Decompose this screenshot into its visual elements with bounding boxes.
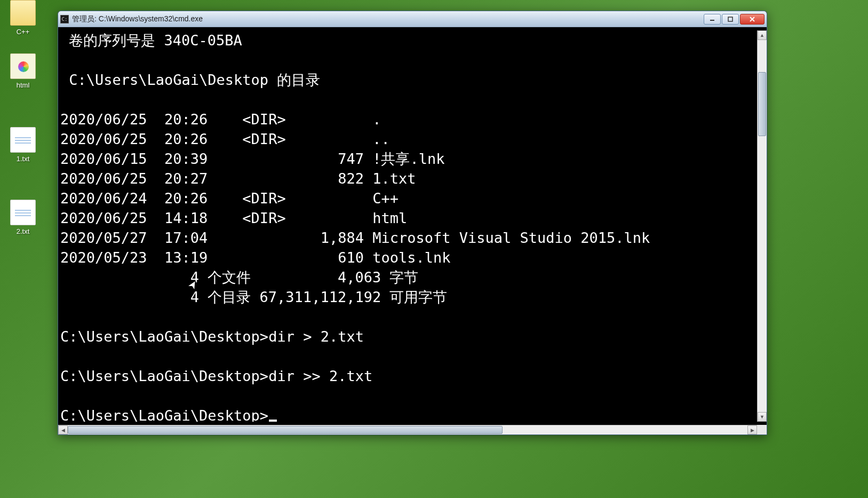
scroll-up-button[interactable]: ▲: [758, 30, 767, 40]
window-controls: [704, 14, 765, 25]
resize-grip[interactable]: [757, 425, 767, 434]
html-folder-icon: [10, 53, 36, 79]
vertical-scroll-track[interactable]: [758, 40, 767, 412]
txt-icon: [10, 127, 36, 153]
horizontal-scroll-track[interactable]: [68, 425, 747, 434]
desktop-icon-label: 1.txt: [4, 155, 42, 163]
cmd-icon: C:: [60, 15, 69, 23]
horizontal-scroll-thumb[interactable]: [68, 426, 503, 434]
svg-rect-1: [728, 17, 732, 21]
horizontal-scrollbar: ◀ ▶: [58, 425, 757, 434]
desktop-icon-label: C++: [4, 28, 42, 36]
vertical-scrollbar: ▲ ▼: [757, 30, 767, 422]
scroll-down-button[interactable]: ▼: [758, 412, 767, 422]
txt-icon: [10, 200, 36, 225]
desktop-icon-label: html: [4, 81, 42, 89]
folder-icon: [10, 0, 36, 26]
desktop-icon-1txt[interactable]: 1.txt: [4, 127, 42, 163]
terminal-output[interactable]: 卷的序列号是 340C-05BA C:\Users\LaoGai\Desktop…: [60, 30, 757, 422]
titlebar[interactable]: C: 管理员: C:\Windows\system32\cmd.exe: [58, 11, 767, 27]
minimize-button[interactable]: [704, 14, 721, 25]
cmd-window: C: 管理员: C:\Windows\system32\cmd.exe 卷的序列…: [58, 11, 767, 435]
scroll-right-button[interactable]: ▶: [747, 425, 757, 434]
desktop-icon-c[interactable]: C++: [4, 0, 42, 36]
terminal-body: 卷的序列号是 340C-05BA C:\Users\LaoGai\Desktop…: [58, 27, 767, 425]
desktop-icon-2txt[interactable]: 2.txt: [4, 200, 42, 235]
scroll-left-button[interactable]: ◀: [58, 425, 68, 434]
window-title: 管理员: C:\Windows\system32\cmd.exe: [72, 14, 704, 24]
desktop-icon-html[interactable]: html: [4, 53, 42, 89]
vertical-scroll-thumb[interactable]: [758, 72, 766, 136]
maximize-button[interactable]: [722, 14, 739, 25]
terminal-cursor: [269, 420, 277, 422]
close-button[interactable]: [740, 14, 765, 25]
desktop-icon-label: 2.txt: [4, 227, 42, 235]
